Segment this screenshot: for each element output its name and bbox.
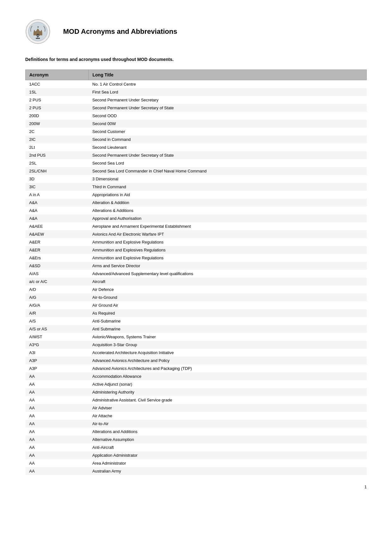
page-title: MOD Acronyms and Abbreviations xyxy=(63,27,177,36)
table-row: 3ICThird in Command xyxy=(26,183,367,191)
cell-acronym: AA xyxy=(26,467,89,475)
cell-acronym: 2SL/CNH xyxy=(26,167,89,175)
table-row: A/GAir-to-Ground xyxy=(26,293,367,301)
cell-acronym: AA xyxy=(26,459,89,467)
table-header-row: Acronym Long Title xyxy=(26,70,367,80)
table-row: 2 PUSSecond Permanent Under Secretary of… xyxy=(26,104,367,112)
cell-long-title: Aeroplane and Armament Experimental Esta… xyxy=(89,222,367,230)
cell-long-title: As Required xyxy=(89,309,367,317)
table-row: 1SLFirst Sea Lord xyxy=(26,88,367,96)
table-row: A&ErsAmmunition and Explosive Regulation… xyxy=(26,254,367,262)
table-row: 2CSecond Customer xyxy=(26,128,367,135)
cell-long-title: Second Customer xyxy=(89,128,367,135)
cell-acronym: A&AEW xyxy=(26,230,89,238)
table-row: A/S or ASAnti Submarine xyxy=(26,325,367,333)
table-row: 3D3 Dimensional xyxy=(26,175,367,183)
column-header-acronym: Acronym xyxy=(26,70,89,80)
cell-acronym: A&ER xyxy=(26,246,89,254)
table-row: a/c or A/CAircraft xyxy=(26,278,367,286)
cell-acronym: A/G/A xyxy=(26,301,89,309)
table-row: 200WSecond 00W xyxy=(26,120,367,128)
table-row: A/DAir Defence xyxy=(26,286,367,293)
cell-acronym: 2Lt xyxy=(26,143,89,151)
table-row: AAAlterations and Additions xyxy=(26,428,367,436)
cell-acronym: A/D xyxy=(26,286,89,293)
cell-long-title: Avionic/Weapons, Systems Trainer xyxy=(89,333,367,341)
table-row: 2LtSecond Lieutenant xyxy=(26,143,367,151)
cell-long-title: Acquisition 3-Star Group xyxy=(89,341,367,349)
cell-long-title: Alteration & Addition xyxy=(89,199,367,207)
table-row: A/SAnti-Submarine xyxy=(26,317,367,325)
cell-long-title: Third in Command xyxy=(89,183,367,191)
cell-acronym: A/AS xyxy=(26,270,89,278)
table-row: AAAccommodation Allowance xyxy=(26,372,367,380)
cell-acronym: A3P xyxy=(26,357,89,364)
mod-crest: ★ xyxy=(25,19,50,44)
table-row: 2ICSecond in Command xyxy=(26,135,367,143)
cell-long-title: Avionics And Air Electronic Warfare IPT xyxy=(89,230,367,238)
table-row: 2nd PUSSecond Permanent Under Secretary … xyxy=(26,151,367,159)
acronyms-table: Acronym Long Title 1ACCNo. 1 Air Control… xyxy=(25,69,367,475)
cell-long-title: Application Administrator xyxy=(89,451,367,459)
cell-acronym: 1SL xyxy=(26,88,89,96)
cell-long-title: Anti-Submarine xyxy=(89,317,367,325)
table-row: 2 PUSSecond Permanent Under Secretary xyxy=(26,96,367,104)
cell-acronym: A/R xyxy=(26,309,89,317)
cell-acronym: 200W xyxy=(26,120,89,128)
cell-acronym: AA xyxy=(26,396,89,404)
cell-acronym: AA xyxy=(26,380,89,388)
cell-long-title: Air-to-Ground xyxy=(89,293,367,301)
table-row: A&AEEAeroplane and Armament Experimental… xyxy=(26,222,367,230)
table-row: A3IAccelerated Architecture Acquisition … xyxy=(26,349,367,357)
table-row: A&AAlteration & Addition xyxy=(26,199,367,207)
cell-long-title: Advanced/Advanced Supplementary level qu… xyxy=(89,270,367,278)
cell-acronym: 2 PUS xyxy=(26,96,89,104)
svg-text:★: ★ xyxy=(37,26,39,28)
cell-long-title: Anti-Aircraft xyxy=(89,443,367,451)
cell-long-title: Administering Authority xyxy=(89,388,367,396)
cell-long-title: Alterations & Additions xyxy=(89,207,367,214)
cell-acronym: 2 PUS xyxy=(26,104,89,112)
table-row: AAActive Adjunct (sonar) xyxy=(26,380,367,388)
cell-acronym: A/S or AS xyxy=(26,325,89,333)
cell-acronym: A&A xyxy=(26,199,89,207)
cell-acronym: 1ACC xyxy=(26,80,89,88)
table-row: 1ACCNo. 1 Air Control Centre xyxy=(26,80,367,88)
table-row: AAAir-to-Air xyxy=(26,420,367,428)
table-row: A&ERAmmunition and Explosives Regulation… xyxy=(26,246,367,254)
page-subtitle: Definitions for terms and acronyms used … xyxy=(25,57,367,62)
cell-long-title: Aircraft xyxy=(89,278,367,286)
cell-acronym: AA xyxy=(26,388,89,396)
table-row: 200DSecond OOD xyxy=(26,112,367,120)
cell-long-title: Ammunition and Explosives Regulations xyxy=(89,246,367,254)
table-row: A/WSTAvionic/Weapons, Systems Trainer xyxy=(26,333,367,341)
table-row: AAApplication Administrator xyxy=(26,451,367,459)
table-row: A/ASAdvanced/Advanced Supplementary leve… xyxy=(26,270,367,278)
page-number: 1 xyxy=(25,485,367,489)
cell-long-title: Alterations and Additions xyxy=(89,428,367,436)
cell-long-title: Second Permanent Under Secretary of Stat… xyxy=(89,104,367,112)
table-row: A/RAs Required xyxy=(26,309,367,317)
cell-acronym: AA xyxy=(26,420,89,428)
page-header: ★ MOD Acronyms and Abbreviations xyxy=(25,19,367,44)
table-row: A&AAlterations & Additions xyxy=(26,207,367,214)
cell-long-title: Accelerated Architecture Acquisition Ini… xyxy=(89,349,367,357)
table-row: A3PAdvanced Avionics Architecture and Po… xyxy=(26,357,367,364)
cell-acronym: AA xyxy=(26,372,89,380)
cell-long-title: Accommodation Allowance xyxy=(89,372,367,380)
cell-acronym: 2nd PUS xyxy=(26,151,89,159)
cell-long-title: Approval and Authorisation xyxy=(89,214,367,222)
cell-long-title: Second in Command xyxy=(89,135,367,143)
cell-acronym: A/G xyxy=(26,293,89,301)
cell-long-title: Air-to-Air xyxy=(89,420,367,428)
cell-acronym: AA xyxy=(26,412,89,420)
cell-long-title: Air Ground Air xyxy=(89,301,367,309)
cell-long-title: Second Permanent Under Secretary of Stat… xyxy=(89,151,367,159)
table-row: AAAnti-Aircraft xyxy=(26,443,367,451)
cell-acronym: A/S xyxy=(26,317,89,325)
cell-acronym: a/c or A/C xyxy=(26,278,89,286)
cell-long-title: Anti Submarine xyxy=(89,325,367,333)
cell-long-title: Advanced Avionics Architectures and Pack… xyxy=(89,364,367,372)
cell-long-title: Alternative Assumption xyxy=(89,436,367,443)
cell-acronym: A&A xyxy=(26,214,89,222)
